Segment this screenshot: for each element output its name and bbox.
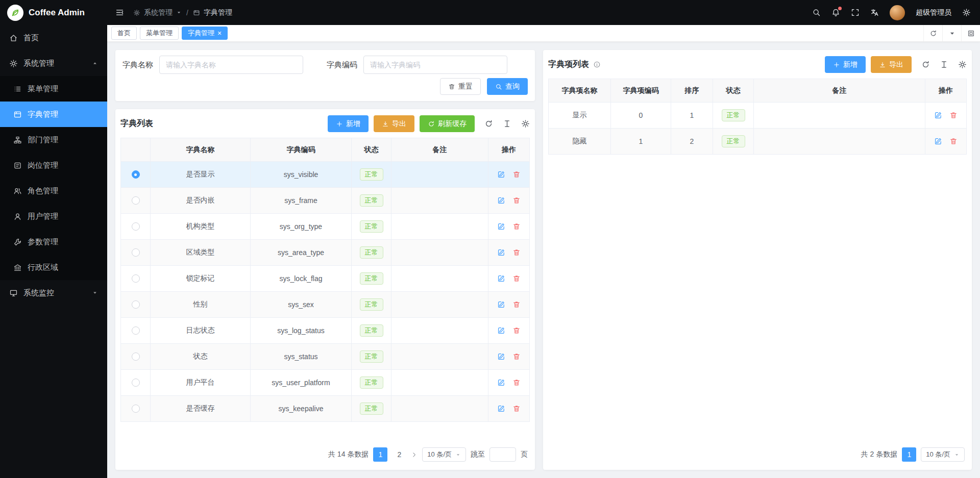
add-button[interactable]: 新增 [328,115,369,132]
row-radio[interactable] [132,196,140,205]
status-badge: 正常 [360,194,383,207]
delete-icon[interactable] [512,300,521,309]
refresh-cache-button[interactable]: 刷新缓存 [420,115,475,132]
close-icon[interactable]: × [217,30,222,37]
page-1-button[interactable]: 1 [902,447,916,462]
sidebar-item-param-management[interactable]: 参数管理 [0,229,107,255]
sidebar-item-dept-management[interactable]: 部门管理 [0,127,107,153]
query-button[interactable]: 查询 [487,78,528,95]
delete-icon[interactable] [512,248,521,257]
avatar[interactable] [890,5,905,20]
export-button[interactable]: 导出 [871,56,912,73]
page-size-select[interactable]: 10 条/页 [921,447,965,462]
table-row[interactable]: 机构类型 sys_org_type 正常 [121,214,529,240]
page-1-button[interactable]: 1 [373,447,387,462]
bell-icon[interactable] [831,8,840,17]
delete-icon[interactable] [512,326,521,335]
row-radio[interactable] [132,274,140,283]
status-badge: 正常 [360,168,383,181]
row-radio[interactable] [132,405,140,413]
sidebar-item-home[interactable]: 首页 [0,25,107,51]
table-row[interactable]: 隐藏 1 2 正常 [549,129,966,155]
edit-icon[interactable] [934,137,942,145]
sidebar-item-role-management[interactable]: 角色管理 [0,178,107,204]
add-button[interactable]: 新增 [825,56,866,73]
page-2-button[interactable]: 2 [392,447,406,462]
layout-frame-icon[interactable] [961,25,980,41]
edit-icon[interactable] [497,326,505,335]
column-settings-icon[interactable] [503,119,511,128]
table-row[interactable]: 区域类型 sys_area_type 正常 [121,240,529,266]
search-icon[interactable] [812,8,821,17]
table-row[interactable]: 锁定标记 sys_lock_flag 正常 [121,266,529,292]
jump-page-input[interactable] [489,447,516,462]
delete-icon[interactable] [512,222,521,231]
edit-icon[interactable] [497,248,505,257]
refresh-icon[interactable] [921,60,930,69]
name-cell: 显示 [549,103,611,128]
table-row[interactable]: 性别 sys_sex 正常 [121,292,529,318]
table-row[interactable]: 是否显示 sys_visible 正常 [121,162,529,188]
logo[interactable]: Coffee Admin [0,0,107,25]
delete-icon[interactable] [512,170,521,179]
row-radio[interactable] [132,300,140,309]
refresh-icon[interactable] [923,25,942,41]
table-row[interactable]: 是否内嵌 sys_frame 正常 [121,188,529,214]
tab-label: 首页 [117,29,131,38]
dict-name-input[interactable] [159,56,303,74]
edit-icon[interactable] [497,353,505,361]
table-row[interactable]: 用户平台 sys_user_platform 正常 [121,370,529,396]
sidebar-item-admin-region[interactable]: 行政区域 [0,255,107,280]
dict-code-input[interactable] [363,56,507,74]
sidebar-item-dict-management[interactable]: 字典管理 [0,102,107,127]
edit-icon[interactable] [497,405,505,413]
table-row[interactable]: 日志状态 sys_log_status 正常 [121,318,529,344]
edit-icon[interactable] [497,170,505,179]
edit-icon[interactable] [497,274,505,283]
tab-menu-management[interactable]: 菜单管理 [140,27,179,40]
refresh-icon[interactable] [484,119,493,128]
sidebar-item-system-management[interactable]: 系统管理 [0,51,107,76]
sidebar-item-menu-management[interactable]: 菜单管理 [0,76,107,102]
tab-home[interactable]: 首页 [111,27,137,40]
delete-icon[interactable] [512,405,521,413]
delete-icon[interactable] [949,137,958,145]
row-radio[interactable] [132,222,140,231]
export-button[interactable]: 导出 [374,115,414,132]
row-radio[interactable] [132,353,140,361]
gear-icon[interactable] [962,8,971,17]
delete-icon[interactable] [949,111,958,119]
table-row[interactable]: 显示 0 1 正常 [549,103,966,129]
edit-icon[interactable] [934,111,942,119]
sidebar-item-post-management[interactable]: 岗位管理 [0,153,107,178]
edit-icon[interactable] [497,379,505,387]
table-row[interactable]: 是否缓存 sys_keepalive 正常 [121,396,529,422]
delete-icon[interactable] [512,274,521,283]
table-row[interactable]: 状态 sys_status 正常 [121,344,529,370]
fullscreen-icon[interactable] [851,8,860,17]
tab-dict-management[interactable]: 字典管理 × [182,27,228,40]
username[interactable]: 超级管理员 [916,8,951,17]
row-radio[interactable] [132,326,140,335]
row-radio[interactable] [132,379,140,387]
sidebar-item-system-monitor[interactable]: 系统监控 [0,280,107,306]
breadcrumb-section[interactable]: 系统管理 [144,8,173,17]
edit-icon[interactable] [497,196,505,205]
column-settings-icon[interactable] [940,60,948,69]
row-radio[interactable] [132,248,140,257]
row-radio[interactable] [132,170,140,179]
reset-button[interactable]: 重置 [440,78,481,95]
next-page-button[interactable] [411,451,418,458]
page-size-select[interactable]: 10 条/页 [422,447,466,462]
delete-icon[interactable] [512,353,521,361]
menu-fold-icon[interactable] [115,8,124,17]
gear-icon[interactable] [521,119,530,128]
gear-icon[interactable] [958,60,967,69]
chevron-down-icon[interactable] [942,25,961,41]
delete-icon[interactable] [512,196,521,205]
translate-icon[interactable] [870,8,879,17]
edit-icon[interactable] [497,300,505,309]
sidebar-item-user-management[interactable]: 用户管理 [0,204,107,229]
delete-icon[interactable] [512,379,521,387]
edit-icon[interactable] [497,222,505,231]
